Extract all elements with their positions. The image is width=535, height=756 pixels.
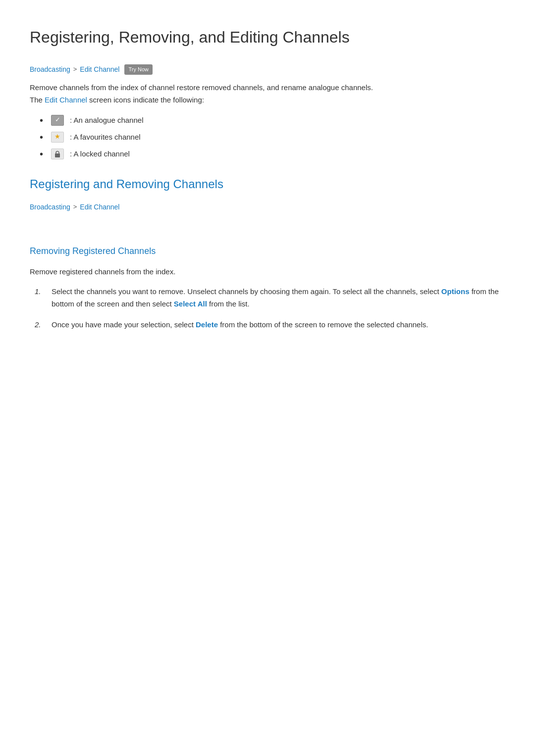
bullet-dot-2: • (40, 132, 43, 142)
breadcrumb-separator: > (73, 64, 77, 75)
step-1-text-suffix: from the list. (207, 300, 250, 308)
page-main-title: Registering, Removing, and Editing Chann… (30, 25, 505, 50)
breadcrumb-2-separator: > (73, 202, 77, 212)
step-1-number: 1. (35, 285, 45, 310)
breadcrumb-2-broadcasting-link[interactable]: Broadcasting (30, 202, 70, 212)
step-2-text-suffix: from the bottom of the screen to remove … (218, 320, 428, 329)
step-1: 1. Select the channels you want to remov… (35, 285, 505, 310)
svg-rect-0 (55, 153, 60, 157)
breadcrumb-edit-channel-link[interactable]: Edit Channel (80, 64, 119, 75)
locked-channel-icon (51, 149, 64, 159)
intro-text-2-prefix: The (30, 96, 45, 104)
locked-channel-label: : A locked channel (70, 148, 130, 160)
bullet-dot-1: • (40, 115, 43, 125)
intro-text-1: Remove channels from the index of channe… (30, 83, 373, 92)
list-item-favourites: • ★ : A favourites channel (40, 131, 505, 143)
step-2-number: 2. (35, 318, 45, 331)
step-2-content: Once you have made your selection, selec… (52, 318, 505, 331)
remove-intro-text: Remove registered channels from the inde… (30, 265, 505, 278)
select-all-link[interactable]: Select All (174, 300, 207, 308)
step-1-content: Select the channels you want to remove. … (52, 285, 505, 310)
breadcrumb-2: Broadcasting > Edit Channel (30, 202, 505, 212)
breadcrumb-broadcasting-link[interactable]: Broadcasting (30, 64, 70, 75)
edit-channel-inline-link[interactable]: Edit Channel (45, 96, 87, 104)
options-link[interactable]: Options (441, 287, 470, 296)
step-2: 2. Once you have made your selection, se… (35, 318, 505, 331)
channel-icons-list: • ✓ : An analogue channel • ★ : A favour… (40, 114, 505, 160)
removing-registered-channels-title: Removing Registered Channels (30, 244, 505, 258)
intro-paragraph-1: Remove channels from the index of channe… (30, 81, 505, 106)
favourites-channel-label: : A favourites channel (70, 131, 141, 143)
breadcrumb-2-edit-channel-link[interactable]: Edit Channel (80, 202, 119, 212)
list-item-analogue: • ✓ : An analogue channel (40, 114, 505, 126)
analogue-channel-icon: ✓ (51, 115, 64, 126)
breadcrumb-1: Broadcasting > Edit Channel Try Now (30, 64, 505, 75)
steps-list: 1. Select the channels you want to remov… (35, 285, 505, 331)
list-item-locked: • : A locked channel (40, 148, 505, 160)
favourites-channel-icon: ★ (51, 132, 64, 143)
intro-text-2-suffix: screen icons indicate the following: (87, 96, 204, 104)
section-2-title: Registering and Removing Channels (30, 175, 505, 194)
step-2-text-prefix: Once you have made your selection, selec… (52, 320, 196, 329)
try-now-badge[interactable]: Try Now (124, 64, 153, 75)
analogue-channel-label: : An analogue channel (70, 114, 143, 126)
step-1-text-prefix: Select the channels you want to remove. … (52, 287, 441, 296)
delete-link[interactable]: Delete (196, 320, 218, 329)
bullet-dot-3: • (40, 149, 43, 159)
